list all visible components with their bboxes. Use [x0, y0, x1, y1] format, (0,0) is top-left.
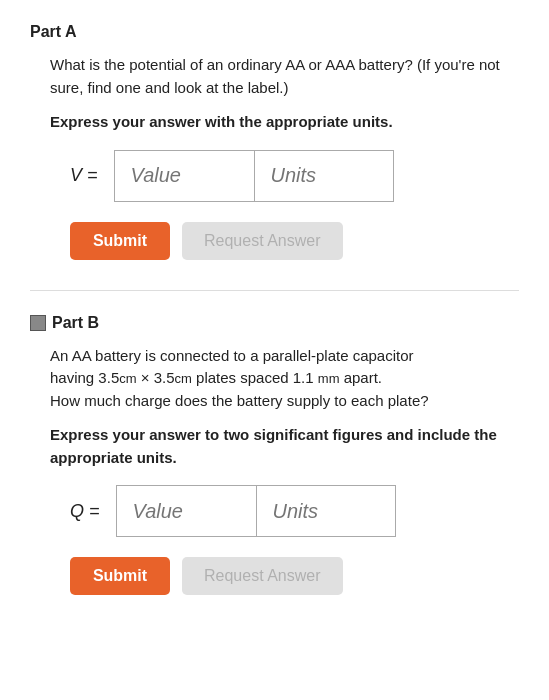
part-b-question-line3: How much charge does the battery supply …	[50, 392, 429, 409]
part-b-label: Part B	[30, 311, 519, 335]
part-a-variable: V =	[70, 162, 104, 189]
part-b-section: Part B An AA battery is connected to a p…	[30, 311, 519, 596]
part-b-answer-row: Q =	[70, 485, 519, 537]
part-a-question: What is the potential of an ordinary AA …	[50, 54, 519, 99]
part-b-question: An AA battery is connected to a parallel…	[50, 345, 519, 413]
part-a-request-answer-button[interactable]: Request Answer	[182, 222, 343, 260]
part-b-submit-button[interactable]: Submit	[70, 557, 170, 595]
part-b-text: Part B	[52, 311, 99, 335]
part-b-question-line1: An AA battery is connected to a parallel…	[50, 347, 414, 364]
part-b-icon	[30, 315, 46, 331]
part-a-units-input[interactable]	[254, 150, 394, 202]
part-a-instruction: Express your answer with the appropriate…	[50, 111, 519, 134]
part-a-value-input[interactable]	[114, 150, 254, 202]
part-a-equals: =	[87, 165, 98, 185]
part-b-request-answer-button[interactable]: Request Answer	[182, 557, 343, 595]
part-b-instruction: Express your answer to two significant f…	[50, 424, 519, 469]
part-a-text: Part A	[30, 20, 77, 44]
part-b-variable: Q =	[70, 498, 106, 525]
part-a-buttons: Submit Request Answer	[70, 222, 519, 260]
section-divider	[30, 290, 519, 291]
part-b-value-input[interactable]	[116, 485, 256, 537]
part-a-label: Part A	[30, 20, 519, 44]
part-a-section: Part A What is the potential of an ordin…	[30, 20, 519, 260]
part-a-answer-row: V =	[70, 150, 519, 202]
part-b-question-line2: having 3.5cm × 3.5cm plates spaced 1.1 m…	[50, 369, 382, 386]
part-a-submit-button[interactable]: Submit	[70, 222, 170, 260]
part-b-buttons: Submit Request Answer	[70, 557, 519, 595]
part-b-units-input[interactable]	[256, 485, 396, 537]
part-b-equals: =	[89, 501, 100, 521]
